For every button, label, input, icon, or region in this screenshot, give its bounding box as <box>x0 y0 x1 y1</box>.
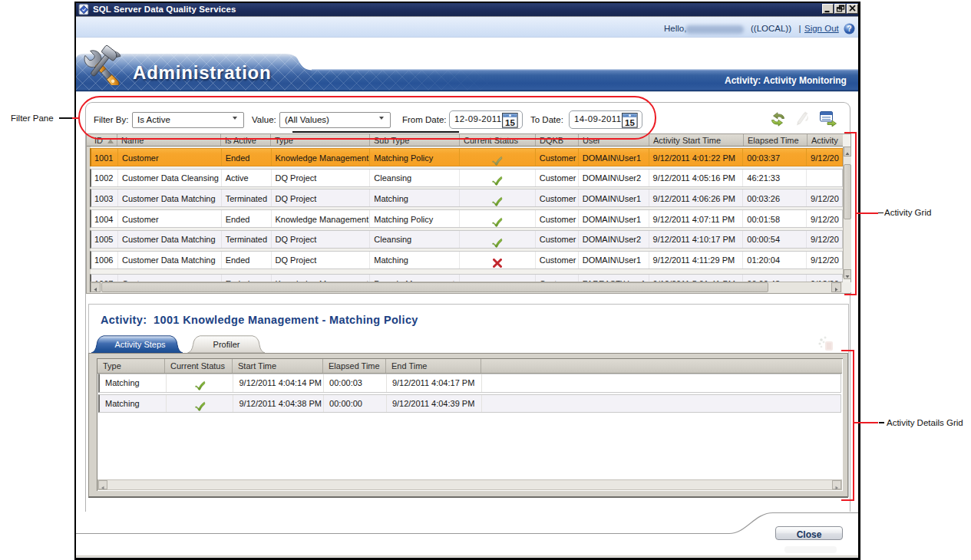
svg-text:?: ? <box>847 25 851 33</box>
